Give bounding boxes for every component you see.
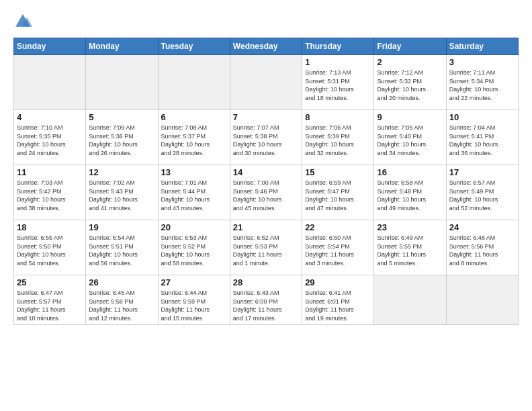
day-number: 2 bbox=[377, 57, 443, 67]
day-number: 25 bbox=[17, 277, 83, 287]
calendar-cell: 17Sunrise: 6:57 AM Sunset: 5:49 PM Dayli… bbox=[446, 165, 518, 220]
header-row: SundayMondayTuesdayWednesdayThursdayFrid… bbox=[14, 38, 519, 55]
calendar-cell: 8Sunrise: 7:06 AM Sunset: 5:39 PM Daylig… bbox=[302, 110, 374, 165]
calendar-cell: 16Sunrise: 6:58 AM Sunset: 5:48 PM Dayli… bbox=[374, 165, 446, 220]
day-number: 22 bbox=[305, 222, 371, 232]
day-info: Sunrise: 6:48 AM Sunset: 5:56 PM Dayligh… bbox=[449, 234, 515, 267]
calendar-cell bbox=[230, 55, 302, 110]
day-number: 11 bbox=[17, 167, 83, 177]
calendar-cell bbox=[446, 275, 518, 325]
day-info: Sunrise: 6:47 AM Sunset: 5:57 PM Dayligh… bbox=[17, 289, 83, 322]
header bbox=[13, 12, 519, 31]
day-info: Sunrise: 7:08 AM Sunset: 5:37 PM Dayligh… bbox=[161, 124, 227, 157]
calendar-cell: 20Sunrise: 6:53 AM Sunset: 5:52 PM Dayli… bbox=[158, 220, 230, 275]
day-info: Sunrise: 7:04 AM Sunset: 5:41 PM Dayligh… bbox=[449, 124, 515, 157]
day-number: 20 bbox=[161, 222, 227, 232]
day-number: 9 bbox=[377, 112, 443, 122]
calendar-cell: 10Sunrise: 7:04 AM Sunset: 5:41 PM Dayli… bbox=[446, 110, 518, 165]
day-info: Sunrise: 6:58 AM Sunset: 5:48 PM Dayligh… bbox=[377, 179, 443, 212]
calendar-cell: 2Sunrise: 7:12 AM Sunset: 5:32 PM Daylig… bbox=[374, 55, 446, 110]
calendar-cell: 6Sunrise: 7:08 AM Sunset: 5:37 PM Daylig… bbox=[158, 110, 230, 165]
calendar-page: SundayMondayTuesdayWednesdayThursdayFrid… bbox=[0, 0, 532, 332]
day-info: Sunrise: 6:59 AM Sunset: 5:47 PM Dayligh… bbox=[305, 179, 371, 212]
calendar-cell: 26Sunrise: 6:45 AM Sunset: 5:58 PM Dayli… bbox=[86, 275, 158, 325]
day-number: 16 bbox=[377, 167, 443, 177]
day-number: 24 bbox=[449, 222, 515, 232]
day-number: 4 bbox=[17, 112, 83, 122]
logo bbox=[13, 12, 35, 31]
day-info: Sunrise: 7:03 AM Sunset: 5:42 PM Dayligh… bbox=[17, 179, 83, 212]
calendar-cell: 19Sunrise: 6:54 AM Sunset: 5:51 PM Dayli… bbox=[86, 220, 158, 275]
calendar-cell: 5Sunrise: 7:09 AM Sunset: 5:36 PM Daylig… bbox=[86, 110, 158, 165]
calendar-cell: 15Sunrise: 6:59 AM Sunset: 5:47 PM Dayli… bbox=[302, 165, 374, 220]
day-number: 28 bbox=[233, 277, 299, 287]
day-number: 15 bbox=[305, 167, 371, 177]
col-header-monday: Monday bbox=[86, 38, 158, 55]
day-info: Sunrise: 6:41 AM Sunset: 6:01 PM Dayligh… bbox=[305, 289, 371, 322]
calendar-cell: 1Sunrise: 7:13 AM Sunset: 5:31 PM Daylig… bbox=[302, 55, 374, 110]
day-info: Sunrise: 6:49 AM Sunset: 5:55 PM Dayligh… bbox=[377, 234, 443, 267]
day-info: Sunrise: 6:52 AM Sunset: 5:53 PM Dayligh… bbox=[233, 234, 299, 267]
calendar-row: 11Sunrise: 7:03 AM Sunset: 5:42 PM Dayli… bbox=[14, 165, 519, 220]
day-info: Sunrise: 7:00 AM Sunset: 5:46 PM Dayligh… bbox=[233, 179, 299, 212]
calendar-cell: 28Sunrise: 6:43 AM Sunset: 6:00 PM Dayli… bbox=[230, 275, 302, 325]
day-number: 12 bbox=[89, 167, 154, 177]
calendar-cell: 27Sunrise: 6:44 AM Sunset: 5:59 PM Dayli… bbox=[158, 275, 230, 325]
col-header-sunday: Sunday bbox=[14, 38, 86, 55]
col-header-wednesday: Wednesday bbox=[230, 38, 302, 55]
logo-icon bbox=[13, 12, 32, 31]
day-number: 26 bbox=[89, 277, 154, 287]
day-info: Sunrise: 7:11 AM Sunset: 5:34 PM Dayligh… bbox=[449, 68, 515, 102]
calendar-cell: 7Sunrise: 7:07 AM Sunset: 5:38 PM Daylig… bbox=[230, 110, 302, 165]
day-number: 7 bbox=[233, 112, 299, 122]
day-info: Sunrise: 7:12 AM Sunset: 5:32 PM Dayligh… bbox=[377, 68, 443, 102]
calendar-cell bbox=[158, 55, 230, 110]
calendar-cell bbox=[374, 275, 446, 325]
calendar-cell: 22Sunrise: 6:50 AM Sunset: 5:54 PM Dayli… bbox=[302, 220, 374, 275]
col-header-thursday: Thursday bbox=[302, 38, 374, 55]
day-number: 19 bbox=[89, 222, 154, 232]
day-number: 3 bbox=[449, 57, 515, 67]
day-number: 5 bbox=[89, 112, 154, 122]
day-number: 23 bbox=[377, 222, 443, 232]
day-info: Sunrise: 7:05 AM Sunset: 5:40 PM Dayligh… bbox=[377, 124, 443, 157]
day-info: Sunrise: 7:02 AM Sunset: 5:43 PM Dayligh… bbox=[89, 179, 154, 212]
day-number: 14 bbox=[233, 167, 299, 177]
day-info: Sunrise: 6:57 AM Sunset: 5:49 PM Dayligh… bbox=[449, 179, 515, 212]
day-info: Sunrise: 6:44 AM Sunset: 5:59 PM Dayligh… bbox=[161, 289, 227, 322]
day-number: 17 bbox=[449, 167, 515, 177]
day-info: Sunrise: 6:45 AM Sunset: 5:58 PM Dayligh… bbox=[89, 289, 154, 322]
day-info: Sunrise: 6:43 AM Sunset: 6:00 PM Dayligh… bbox=[233, 289, 299, 322]
calendar-row: 25Sunrise: 6:47 AM Sunset: 5:57 PM Dayli… bbox=[14, 275, 519, 325]
col-header-saturday: Saturday bbox=[446, 38, 518, 55]
calendar-cell: 21Sunrise: 6:52 AM Sunset: 5:53 PM Dayli… bbox=[230, 220, 302, 275]
calendar-row: 1Sunrise: 7:13 AM Sunset: 5:31 PM Daylig… bbox=[14, 55, 519, 110]
day-number: 21 bbox=[233, 222, 299, 232]
day-info: Sunrise: 7:07 AM Sunset: 5:38 PM Dayligh… bbox=[233, 124, 299, 157]
day-info: Sunrise: 7:09 AM Sunset: 5:36 PM Dayligh… bbox=[89, 124, 154, 157]
calendar-cell: 24Sunrise: 6:48 AM Sunset: 5:56 PM Dayli… bbox=[446, 220, 518, 275]
day-info: Sunrise: 7:06 AM Sunset: 5:39 PM Dayligh… bbox=[305, 124, 371, 157]
day-number: 13 bbox=[161, 167, 227, 177]
calendar-row: 18Sunrise: 6:55 AM Sunset: 5:50 PM Dayli… bbox=[14, 220, 519, 275]
calendar-cell: 14Sunrise: 7:00 AM Sunset: 5:46 PM Dayli… bbox=[230, 165, 302, 220]
day-number: 6 bbox=[161, 112, 227, 122]
calendar-cell bbox=[86, 55, 158, 110]
day-number: 29 bbox=[305, 277, 371, 287]
calendar-cell: 23Sunrise: 6:49 AM Sunset: 5:55 PM Dayli… bbox=[374, 220, 446, 275]
day-number: 1 bbox=[305, 57, 371, 67]
day-info: Sunrise: 7:01 AM Sunset: 5:44 PM Dayligh… bbox=[161, 179, 227, 212]
day-info: Sunrise: 6:50 AM Sunset: 5:54 PM Dayligh… bbox=[305, 234, 371, 267]
calendar-cell: 3Sunrise: 7:11 AM Sunset: 5:34 PM Daylig… bbox=[446, 55, 518, 110]
calendar-cell: 13Sunrise: 7:01 AM Sunset: 5:44 PM Dayli… bbox=[158, 165, 230, 220]
col-header-friday: Friday bbox=[374, 38, 446, 55]
calendar-cell bbox=[14, 55, 86, 110]
day-info: Sunrise: 6:55 AM Sunset: 5:50 PM Dayligh… bbox=[17, 234, 83, 267]
col-header-tuesday: Tuesday bbox=[158, 38, 230, 55]
day-number: 8 bbox=[305, 112, 371, 122]
calendar-table: SundayMondayTuesdayWednesdayThursdayFrid… bbox=[13, 38, 519, 325]
day-number: 27 bbox=[161, 277, 227, 287]
day-number: 18 bbox=[17, 222, 83, 232]
day-info: Sunrise: 6:54 AM Sunset: 5:51 PM Dayligh… bbox=[89, 234, 154, 267]
day-info: Sunrise: 7:10 AM Sunset: 5:35 PM Dayligh… bbox=[17, 124, 83, 157]
